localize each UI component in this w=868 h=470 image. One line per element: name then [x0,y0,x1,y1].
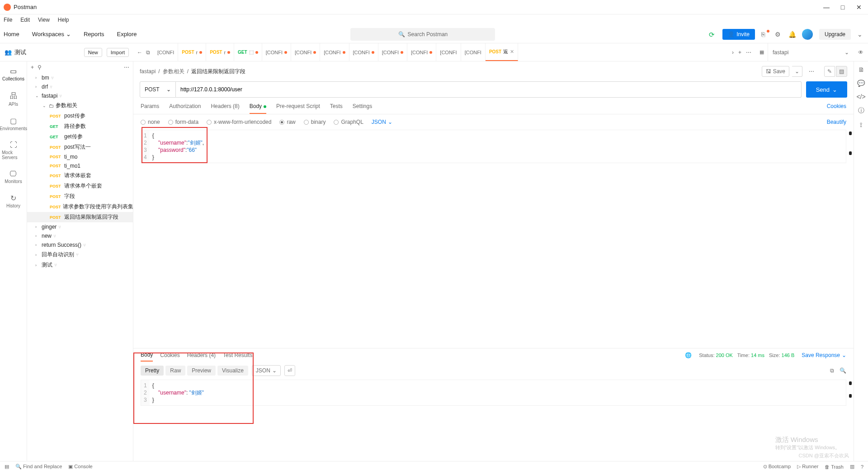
settings-icon[interactable]: ⚙ [775,31,782,38]
url-input[interactable] [176,81,802,98]
invite-button[interactable]: 👤Invite [722,29,755,40]
notifications-icon[interactable]: 🔔 [788,31,796,38]
tree-request[interactable]: POST请求参数字段使用字典列表集合... [27,202,133,212]
more-icon[interactable]: ⋯ [809,68,814,75]
minimap-thumb[interactable] [849,394,852,398]
request-tab[interactable]: [CONFI [407,43,436,61]
tab-headers[interactable]: Headers (8) [211,103,239,114]
tree-request-active[interactable]: POST返回结果限制返回字段 [27,212,133,222]
rail-apis[interactable]: 品APIs [7,89,20,108]
resp-raw[interactable]: Raw [165,366,185,376]
menu-help[interactable]: Help [58,17,69,23]
request-tab[interactable]: [CONFI [291,43,320,61]
rail-mock[interactable]: ⛶Mock Servers [0,139,27,162]
body-urlencoded[interactable]: x-www-form-urlencoded [207,119,271,125]
close-icon[interactable]: ✕ [510,49,514,55]
rail-history[interactable]: ↻History [5,192,22,210]
trash-button[interactable]: 🗑 Trash [825,464,844,470]
resp-tab-test[interactable]: Test Results [223,349,252,361]
resp-pretty[interactable]: Pretty [141,366,164,376]
layout-icon[interactable]: ▥ [850,464,854,470]
tree-request[interactable]: GETget传参 [27,132,133,142]
request-tab[interactable]: [CONFI [262,43,291,61]
send-button[interactable]: Send⌄ [806,81,847,98]
beautify-button[interactable]: Beautify [827,119,846,125]
tree-collection[interactable]: ›回单自动识别 ⑂ [27,249,133,260]
body-raw[interactable]: raw [279,119,295,125]
request-tab[interactable]: [CONFI [378,43,407,61]
save-dropdown[interactable]: ⌄ [792,66,802,77]
save-button[interactable]: 🖫Save [762,66,789,77]
tab-params[interactable]: Params [141,103,159,114]
tab-tests[interactable]: Tests [330,103,343,114]
body-none[interactable]: none [141,119,160,125]
minimap-thumb[interactable] [849,132,852,135]
comment-icon[interactable]: ▤ [836,66,847,77]
chevron-down-icon[interactable]: ⌄ [857,31,864,38]
new-button[interactable]: New [84,48,102,57]
workspace-name[interactable]: 测试 [14,48,26,56]
tab-back-icon[interactable]: ← [137,49,142,56]
upgrade-button[interactable]: Upgrade [819,29,851,40]
comments-icon[interactable]: 💬 [857,80,865,87]
minimap-thumb[interactable] [849,381,852,385]
tab-more-icon[interactable]: › [732,49,734,56]
resp-tab-cookies[interactable]: Cookies [160,349,179,361]
resp-tab-body[interactable]: Body [141,349,153,362]
cookies-link[interactable]: Cookies [827,103,846,114]
tree-request[interactable]: POSTti_mo [27,152,133,161]
method-select[interactable]: POST⌄ [140,81,176,98]
request-tab[interactable]: [CONFI [349,43,378,61]
bootcamp-button[interactable]: ⊙ Bootcamp [763,464,791,470]
request-tab[interactable]: [CONFI [461,43,486,61]
minimap-thumb[interactable] [849,151,852,155]
help-icon[interactable]: ? [861,464,863,470]
tree-collection[interactable]: ›new ⑂ [27,231,133,240]
edit-icon[interactable]: ✎ [824,66,835,77]
resp-tab-headers[interactable]: Headers (4) [187,349,216,361]
code-icon[interactable]: </> [856,93,865,100]
request-tab[interactable]: [CONFI [436,43,461,61]
runner-button[interactable]: ▷ Runner [797,464,818,470]
body-graphql[interactable]: GraphQL [334,119,363,125]
maximize-button[interactable]: □ [839,4,846,11]
body-lang-select[interactable]: JSON ⌄ [372,119,392,125]
tree-request[interactable]: POSTpost写法一 [27,142,133,152]
tree-collection[interactable]: ›return Success() ⑂ [27,240,133,249]
nav-workspaces[interactable]: Workspaces ⌄ [32,31,71,38]
tree-request[interactable]: POST请求体单个嵌套 [27,181,133,191]
filter-icon[interactable]: ⚲ [38,64,42,70]
search-icon[interactable]: 🔍 [840,367,846,374]
close-button[interactable]: ✕ [855,4,863,11]
import-button[interactable]: Import [107,48,129,57]
request-tab[interactable]: [CONFI [320,43,349,61]
console-button[interactable]: ▣ Console [68,464,92,470]
tab-stack-icon[interactable]: ⧉ [146,49,150,56]
breadcrumb-folder[interactable]: 参数相关 [163,68,184,75]
minimize-button[interactable]: — [823,4,830,11]
capture-icon[interactable]: ⎘ [761,31,769,38]
environment-selector[interactable]: fastapi⌄ [768,43,854,61]
response-body-viewer[interactable]: 123 { "username": "剑姬" } [141,380,846,406]
resp-preview[interactable]: Preview [187,366,216,376]
tree-collection[interactable]: ›drf ⑂ [27,82,133,91]
nav-reports[interactable]: Reports [84,31,104,38]
tree-folder[interactable]: ⌄🗀 参数相关 [27,100,133,111]
menu-file[interactable]: File [4,17,12,23]
body-formdata[interactable]: form-data [168,119,198,125]
more-icon[interactable]: ⋯ [124,64,129,70]
body-binary[interactable]: binary [304,119,326,125]
resp-visualize[interactable]: Visualize [217,366,248,376]
request-tab[interactable]: POST r [206,43,234,61]
resp-format-select[interactable]: JSON ⌄ [252,365,281,376]
rail-collections[interactable]: ▭Collections [0,65,26,83]
eye-icon[interactable]: 👁 [858,49,863,56]
rail-monitors[interactable]: 🖵Monitors [3,168,24,186]
request-tab[interactable]: GET ⬚ [234,43,262,61]
save-response-button[interactable]: Save Response ⌄ [802,352,846,358]
tree-collection[interactable]: ›ginger ⑂ [27,222,133,231]
tab-settings[interactable]: Settings [353,103,372,114]
nav-home[interactable]: Home [4,31,19,38]
menu-view[interactable]: View [38,17,50,23]
tree-request[interactable]: POST字段 [27,191,133,202]
